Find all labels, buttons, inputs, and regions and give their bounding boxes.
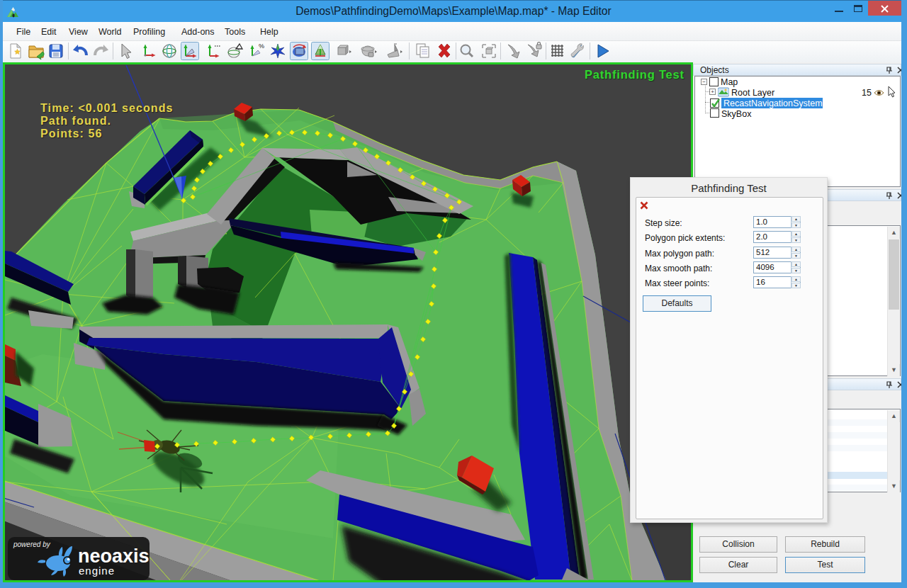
svg-text:%: % [259,43,264,50]
